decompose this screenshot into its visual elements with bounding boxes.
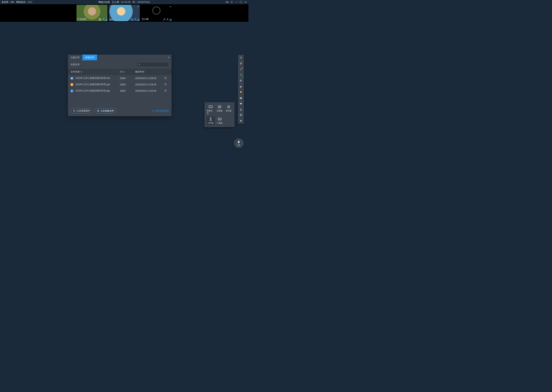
close-window-icon[interactable] (244, 1, 247, 3)
participant-name: 王小明 (142, 18, 149, 21)
svg-text:2+3: 2+3 (218, 119, 221, 120)
answer-icon (218, 105, 222, 109)
text-color-indicator (242, 76, 243, 77)
search-icon (138, 63, 140, 66)
raise-hand-button[interactable]: 0/2 (234, 138, 244, 148)
screen-share-button[interactable]: 屏幕共享 (206, 104, 215, 116)
file-row[interactable]: ▲2019年工作汇报情况查询等等.jpg 200M 2020/06/23 12:… (68, 88, 172, 94)
svg-rect-12 (218, 106, 219, 107)
pointer-tool[interactable] (238, 55, 244, 61)
raise-hand-count: 0/2 (238, 144, 240, 146)
filter-all-files[interactable]: 全部文件 (71, 63, 80, 66)
bell-tool[interactable] (238, 118, 244, 124)
svg-point-18 (241, 57, 241, 58)
svg-line-6 (140, 65, 140, 65)
alarm-icon (227, 105, 231, 109)
signal-icon (169, 18, 172, 21)
packet-loss: 丢包率：0% (1, 0, 14, 4)
elapsed: 已上课：02:34:09 (112, 0, 130, 4)
buzzer-button[interactable]: 抢答器 (225, 104, 233, 116)
svg-rect-13 (220, 106, 221, 107)
tile-close-icon[interactable]: × (138, 5, 139, 8)
settings-icon[interactable] (230, 1, 233, 3)
file-time: 2020/06/23 12:09:09 (135, 90, 164, 92)
pen-color-indicator (242, 67, 243, 68)
timer-button[interactable]: 计时器 (206, 116, 215, 125)
svg-rect-0 (226, 1, 227, 3)
tab-local-files[interactable]: 本地文件 (82, 55, 97, 60)
eraser-tool[interactable] (238, 84, 244, 89)
delete-file-icon[interactable] (164, 89, 169, 92)
participant-tile[interactable]: × 王小明 🎤 🎤 (141, 5, 172, 21)
delete-file-icon[interactable] (164, 83, 169, 86)
color-tool[interactable] (238, 89, 244, 95)
tile-close-icon[interactable]: × (170, 5, 171, 8)
participant-tile[interactable]: 叮当老师 🎤 (76, 5, 108, 21)
sort-desc-icon: ▼ (80, 71, 82, 73)
scissors-tool[interactable] (238, 78, 244, 84)
info-icon (152, 110, 154, 112)
svg-point-25 (240, 115, 241, 115)
toolbox-tool[interactable] (238, 101, 244, 106)
file-browser-modal: 云盘文件 本地文件 × 全部文件 文件名称▼ 大小 修改时间 W2019年工作汇… (68, 55, 172, 116)
file-time: 2020/06/23 12:09:09 (135, 77, 164, 80)
file-row[interactable]: P2019年工作汇报情况查询等等.ppt 200M 2020/06/23 12:… (68, 81, 172, 88)
text-tool[interactable]: T (238, 72, 244, 78)
file-type-ppt-icon: P (71, 83, 73, 86)
svg-point-23 (240, 109, 241, 109)
course-title: 神秘大自然 (98, 0, 110, 4)
modal-close-icon[interactable]: × (168, 56, 170, 59)
pin-icon[interactable] (99, 18, 101, 21)
participant-name: 叮当老师 (77, 18, 87, 21)
answer-tool-button[interactable]: 答题器 (215, 104, 224, 116)
file-time: 2020/06/23 12:09:09 (135, 83, 164, 86)
mic-icon[interactable]: 🎤 (134, 18, 136, 21)
participant-video-strip: 叮当老师 🎤 × Nina 🎤 × 王小明 🎤 🎤 (0, 4, 248, 22)
file-type-image-icon: ▲ (71, 90, 73, 92)
delete-file-icon[interactable] (164, 77, 169, 80)
svg-text:T: T (240, 74, 242, 76)
room-id: ID：2020070324 (133, 0, 150, 4)
participant-tile[interactable]: × Nina 🎤 (109, 5, 140, 21)
folder-tool[interactable] (238, 95, 244, 101)
file-row[interactable]: W2019年工作汇报情况查询等等.doc 200M 2020/06/23 12:… (68, 75, 172, 81)
pen-tool[interactable] (238, 66, 244, 72)
participant-name: Nina (109, 18, 114, 21)
file-size: 200M (120, 83, 135, 86)
svg-point-5 (138, 64, 140, 65)
pin-icon[interactable] (131, 18, 133, 21)
screen-share-icon (209, 105, 213, 109)
right-toolbar: T (238, 55, 244, 124)
play-circle-icon (97, 110, 99, 112)
column-header-time[interactable]: 修改时间 (135, 70, 164, 73)
chat-tool[interactable] (238, 112, 244, 118)
maximize-icon[interactable] (240, 1, 242, 3)
move-tool[interactable] (238, 61, 244, 66)
upload-animated-button[interactable]: 上传动效文件 (94, 108, 116, 113)
mini-blackboard-button[interactable]: 2+3 小黑板 (215, 116, 224, 125)
camera-toggle-icon[interactable] (226, 1, 228, 3)
search-input[interactable] (137, 62, 169, 67)
column-header-size[interactable]: 大小 (120, 70, 135, 73)
hand-icon (237, 140, 240, 144)
file-size: 200M (120, 90, 135, 92)
mic-icon[interactable]: 🎤 (166, 18, 168, 21)
svg-rect-14 (218, 107, 219, 108)
supported-file-types-link[interactable]: 文件支持类型 (152, 109, 169, 112)
mic-icon[interactable]: 🎤 (102, 18, 104, 21)
tab-cloud-files[interactable]: 云盘文件 (68, 55, 82, 60)
svg-rect-22 (240, 103, 242, 104)
color-swatch-icon (240, 91, 242, 93)
mic-muted-icon[interactable]: 🎤 (163, 18, 165, 21)
blackboard-icon: 2+3 (218, 117, 222, 121)
hourglass-icon (209, 117, 212, 121)
upload-normal-button[interactable]: 上传普通课件 (71, 108, 93, 113)
minimize-icon[interactable] (235, 1, 238, 3)
svg-point-1 (231, 2, 232, 2)
svg-point-26 (241, 115, 241, 115)
column-header-name[interactable]: 文件名称▼ (71, 70, 120, 73)
network-status: 网络状态：良好 (16, 0, 32, 4)
users-tool[interactable] (238, 106, 244, 112)
signal-icon (137, 18, 139, 21)
signal-icon (104, 18, 107, 21)
